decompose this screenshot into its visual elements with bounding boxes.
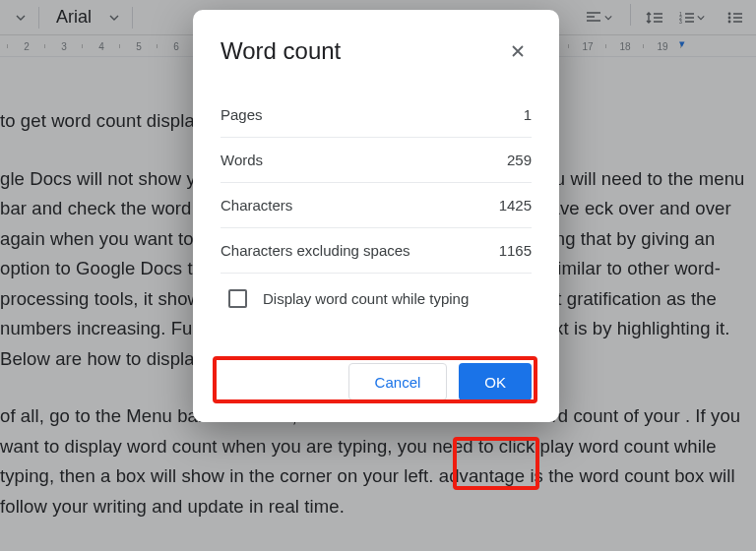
stat-label: Words — [220, 152, 263, 168]
stat-label: Pages — [220, 106, 263, 123]
cancel-button[interactable]: Cancel — [348, 363, 448, 400]
ok-button[interactable]: OK — [459, 363, 532, 400]
stat-value: 1 — [524, 106, 532, 123]
stat-value: 1165 — [499, 242, 532, 259]
word-count-dialog: Word count Pages 1 Words 259 Characters … — [193, 10, 559, 422]
stat-value: 1425 — [499, 197, 532, 214]
checkbox[interactable] — [228, 289, 247, 308]
stat-label: Characters excluding spaces — [220, 242, 410, 259]
display-while-typing-option[interactable]: Display word count while typing — [220, 276, 532, 322]
stat-row-words: Words 259 — [220, 138, 532, 183]
dialog-title: Word count — [220, 37, 341, 65]
close-button[interactable] — [504, 37, 532, 65]
stat-row-pages: Pages 1 — [220, 92, 532, 138]
close-icon — [510, 43, 526, 59]
stat-value: 259 — [507, 152, 532, 168]
stats-list: Pages 1 Words 259 Characters 1425 Charac… — [220, 92, 532, 274]
stat-row-characters: Characters 1425 — [220, 183, 532, 228]
stat-label: Characters — [220, 197, 292, 214]
checkbox-label: Display word count while typing — [263, 290, 469, 307]
stat-row-characters-no-spaces: Characters excluding spaces 1165 — [220, 228, 532, 274]
dialog-actions: Cancel OK — [220, 363, 532, 400]
